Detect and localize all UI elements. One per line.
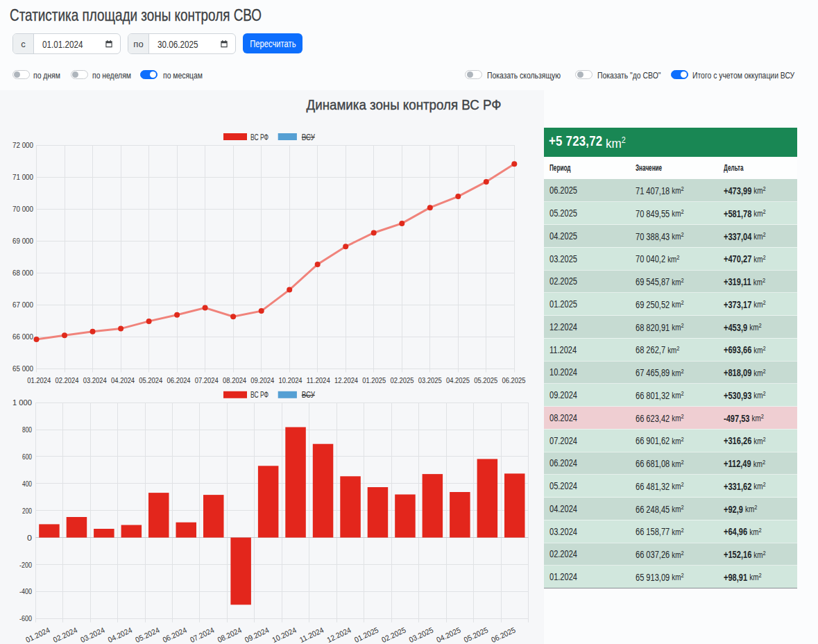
svg-text:03.2025: 03.2025 xyxy=(408,625,435,644)
svg-text:-200: -200 xyxy=(19,561,32,569)
svg-text:06.2025: 06.2025 xyxy=(502,376,526,384)
svg-text:02.2025: 02.2025 xyxy=(380,625,407,644)
svg-text:06.2024: 06.2024 xyxy=(167,376,191,384)
svg-text:07.2024: 07.2024 xyxy=(189,625,216,644)
svg-text:09.2024: 09.2024 xyxy=(250,376,274,384)
svg-text:04.2024: 04.2024 xyxy=(107,625,134,644)
svg-text:05.2024: 05.2024 xyxy=(134,625,161,644)
svg-text:600: 600 xyxy=(22,452,32,461)
svg-text:70 000: 70 000 xyxy=(12,205,33,213)
svg-text:72 000: 72 000 xyxy=(12,141,33,149)
svg-text:69 000: 69 000 xyxy=(12,237,33,245)
svg-text:09.2024: 09.2024 xyxy=(244,625,271,644)
svg-text:ВСУ: ВСУ xyxy=(302,133,315,142)
svg-text:Динамика зоны контроля ВС РФ: Динамика зоны контроля ВС РФ xyxy=(307,96,502,112)
svg-text:01.2024: 01.2024 xyxy=(24,625,51,644)
svg-text:68 000: 68 000 xyxy=(12,269,33,277)
svg-text:ВС РФ: ВС РФ xyxy=(250,133,269,142)
svg-text:02.2024: 02.2024 xyxy=(52,625,79,644)
svg-text:400: 400 xyxy=(22,480,32,488)
svg-text:02.2024: 02.2024 xyxy=(56,376,79,384)
svg-text:ВС РФ: ВС РФ xyxy=(250,390,269,400)
svg-text:71 000: 71 000 xyxy=(12,173,33,181)
svg-text:800: 800 xyxy=(22,425,32,434)
svg-text:07.2024: 07.2024 xyxy=(195,376,219,384)
svg-text:10.2024: 10.2024 xyxy=(271,625,298,644)
svg-text:04.2024: 04.2024 xyxy=(111,376,135,384)
svg-text:05.2025: 05.2025 xyxy=(463,625,490,644)
svg-text:01.2025: 01.2025 xyxy=(362,376,386,384)
svg-text:08.2024: 08.2024 xyxy=(223,376,246,384)
svg-text:12.2024: 12.2024 xyxy=(334,376,358,384)
svg-text:01.2024: 01.2024 xyxy=(27,376,51,384)
svg-text:03.2025: 03.2025 xyxy=(418,376,442,384)
svg-text:-600: -600 xyxy=(19,614,32,622)
svg-text:11.2024: 11.2024 xyxy=(298,625,325,644)
svg-text:04.2025: 04.2025 xyxy=(446,376,470,384)
svg-text:01.2025: 01.2025 xyxy=(353,625,380,644)
svg-text:200: 200 xyxy=(22,507,32,515)
svg-text:05.2025: 05.2025 xyxy=(474,376,497,384)
svg-text:03.2024: 03.2024 xyxy=(83,376,107,384)
svg-text:06.2025: 06.2025 xyxy=(490,625,517,644)
svg-text:11.2024: 11.2024 xyxy=(307,376,330,384)
svg-text:-400: -400 xyxy=(19,587,32,595)
svg-text:06.2024: 06.2024 xyxy=(161,625,188,644)
svg-text:12.2024: 12.2024 xyxy=(325,625,352,644)
svg-text:08.2024: 08.2024 xyxy=(216,625,243,644)
svg-text:05.2024: 05.2024 xyxy=(139,376,162,384)
svg-text:0: 0 xyxy=(27,534,32,542)
svg-text:02.2025: 02.2025 xyxy=(391,376,414,384)
svg-text:10.2024: 10.2024 xyxy=(279,376,303,384)
svg-text:1 000: 1 000 xyxy=(12,398,32,407)
svg-text:66 000: 66 000 xyxy=(12,332,33,341)
svg-text:03.2024: 03.2024 xyxy=(79,625,106,644)
svg-text:ВСУ: ВСУ xyxy=(302,390,315,400)
svg-text:65 000: 65 000 xyxy=(12,364,33,373)
svg-text:04.2025: 04.2025 xyxy=(435,625,462,644)
svg-text:67 000: 67 000 xyxy=(12,300,33,309)
